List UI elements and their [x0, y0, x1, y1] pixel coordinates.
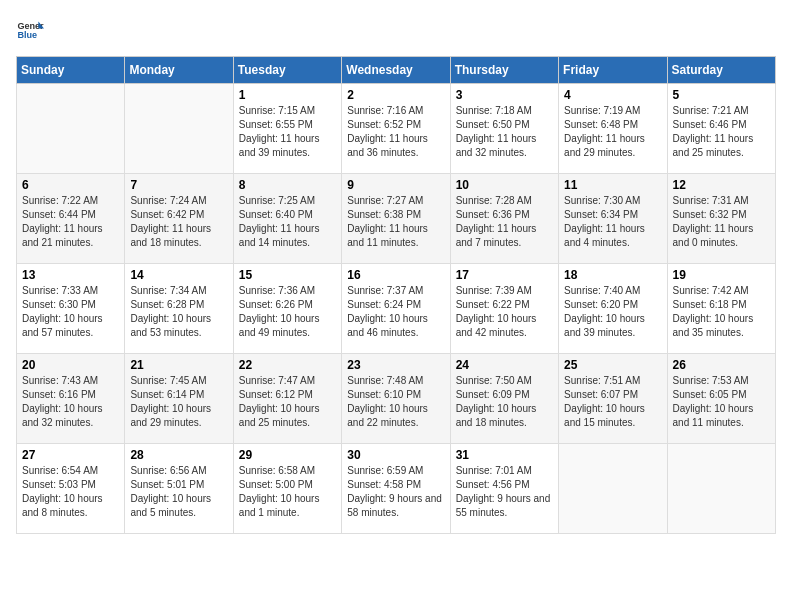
calendar-week-row: 6Sunrise: 7:22 AMSunset: 6:44 PMDaylight… [17, 174, 776, 264]
day-info: Sunrise: 6:56 AMSunset: 5:01 PMDaylight:… [130, 464, 227, 520]
day-number: 21 [130, 358, 227, 372]
weekday-header-saturday: Saturday [667, 57, 775, 84]
day-info: Sunrise: 7:33 AMSunset: 6:30 PMDaylight:… [22, 284, 119, 340]
day-info: Sunrise: 7:42 AMSunset: 6:18 PMDaylight:… [673, 284, 770, 340]
day-info: Sunrise: 7:15 AMSunset: 6:55 PMDaylight:… [239, 104, 336, 160]
day-info: Sunrise: 7:45 AMSunset: 6:14 PMDaylight:… [130, 374, 227, 430]
calendar-cell: 20Sunrise: 7:43 AMSunset: 6:16 PMDayligh… [17, 354, 125, 444]
day-number: 26 [673, 358, 770, 372]
day-info: Sunrise: 7:30 AMSunset: 6:34 PMDaylight:… [564, 194, 661, 250]
calendar-cell: 17Sunrise: 7:39 AMSunset: 6:22 PMDayligh… [450, 264, 558, 354]
day-number: 7 [130, 178, 227, 192]
calendar-cell: 3Sunrise: 7:18 AMSunset: 6:50 PMDaylight… [450, 84, 558, 174]
day-number: 20 [22, 358, 119, 372]
day-number: 17 [456, 268, 553, 282]
day-number: 3 [456, 88, 553, 102]
calendar-cell: 10Sunrise: 7:28 AMSunset: 6:36 PMDayligh… [450, 174, 558, 264]
day-number: 5 [673, 88, 770, 102]
calendar-cell: 1Sunrise: 7:15 AMSunset: 6:55 PMDaylight… [233, 84, 341, 174]
day-number: 31 [456, 448, 553, 462]
day-number: 19 [673, 268, 770, 282]
day-info: Sunrise: 7:25 AMSunset: 6:40 PMDaylight:… [239, 194, 336, 250]
day-number: 2 [347, 88, 444, 102]
calendar-week-row: 27Sunrise: 6:54 AMSunset: 5:03 PMDayligh… [17, 444, 776, 534]
day-number: 8 [239, 178, 336, 192]
day-info: Sunrise: 7:37 AMSunset: 6:24 PMDaylight:… [347, 284, 444, 340]
day-info: Sunrise: 7:21 AMSunset: 6:46 PMDaylight:… [673, 104, 770, 160]
day-info: Sunrise: 7:51 AMSunset: 6:07 PMDaylight:… [564, 374, 661, 430]
calendar-cell: 11Sunrise: 7:30 AMSunset: 6:34 PMDayligh… [559, 174, 667, 264]
day-info: Sunrise: 7:19 AMSunset: 6:48 PMDaylight:… [564, 104, 661, 160]
calendar-cell: 12Sunrise: 7:31 AMSunset: 6:32 PMDayligh… [667, 174, 775, 264]
day-number: 27 [22, 448, 119, 462]
day-info: Sunrise: 6:54 AMSunset: 5:03 PMDaylight:… [22, 464, 119, 520]
day-number: 30 [347, 448, 444, 462]
day-info: Sunrise: 6:58 AMSunset: 5:00 PMDaylight:… [239, 464, 336, 520]
calendar-cell: 23Sunrise: 7:48 AMSunset: 6:10 PMDayligh… [342, 354, 450, 444]
day-info: Sunrise: 7:24 AMSunset: 6:42 PMDaylight:… [130, 194, 227, 250]
day-number: 23 [347, 358, 444, 372]
day-info: Sunrise: 7:53 AMSunset: 6:05 PMDaylight:… [673, 374, 770, 430]
day-number: 1 [239, 88, 336, 102]
day-number: 18 [564, 268, 661, 282]
calendar-cell [125, 84, 233, 174]
day-info: Sunrise: 7:40 AMSunset: 6:20 PMDaylight:… [564, 284, 661, 340]
calendar-cell: 30Sunrise: 6:59 AMSunset: 4:58 PMDayligh… [342, 444, 450, 534]
calendar-cell: 24Sunrise: 7:50 AMSunset: 6:09 PMDayligh… [450, 354, 558, 444]
day-number: 25 [564, 358, 661, 372]
calendar-week-row: 1Sunrise: 7:15 AMSunset: 6:55 PMDaylight… [17, 84, 776, 174]
calendar-cell: 13Sunrise: 7:33 AMSunset: 6:30 PMDayligh… [17, 264, 125, 354]
day-info: Sunrise: 7:50 AMSunset: 6:09 PMDaylight:… [456, 374, 553, 430]
day-number: 6 [22, 178, 119, 192]
day-number: 10 [456, 178, 553, 192]
calendar-cell [667, 444, 775, 534]
day-info: Sunrise: 6:59 AMSunset: 4:58 PMDaylight:… [347, 464, 444, 520]
calendar-cell: 28Sunrise: 6:56 AMSunset: 5:01 PMDayligh… [125, 444, 233, 534]
day-info: Sunrise: 7:27 AMSunset: 6:38 PMDaylight:… [347, 194, 444, 250]
calendar-cell: 27Sunrise: 6:54 AMSunset: 5:03 PMDayligh… [17, 444, 125, 534]
day-number: 16 [347, 268, 444, 282]
weekday-header-sunday: Sunday [17, 57, 125, 84]
calendar-body: 1Sunrise: 7:15 AMSunset: 6:55 PMDaylight… [17, 84, 776, 534]
page-header: General Blue [16, 16, 776, 44]
calendar-cell: 19Sunrise: 7:42 AMSunset: 6:18 PMDayligh… [667, 264, 775, 354]
day-info: Sunrise: 7:39 AMSunset: 6:22 PMDaylight:… [456, 284, 553, 340]
day-number: 22 [239, 358, 336, 372]
calendar-cell: 5Sunrise: 7:21 AMSunset: 6:46 PMDaylight… [667, 84, 775, 174]
day-info: Sunrise: 7:47 AMSunset: 6:12 PMDaylight:… [239, 374, 336, 430]
day-number: 9 [347, 178, 444, 192]
calendar-week-row: 20Sunrise: 7:43 AMSunset: 6:16 PMDayligh… [17, 354, 776, 444]
weekday-header-wednesday: Wednesday [342, 57, 450, 84]
day-number: 24 [456, 358, 553, 372]
logo: General Blue [16, 16, 48, 44]
calendar-cell: 31Sunrise: 7:01 AMSunset: 4:56 PMDayligh… [450, 444, 558, 534]
calendar-cell: 9Sunrise: 7:27 AMSunset: 6:38 PMDaylight… [342, 174, 450, 264]
day-info: Sunrise: 7:34 AMSunset: 6:28 PMDaylight:… [130, 284, 227, 340]
day-number: 28 [130, 448, 227, 462]
weekday-header-tuesday: Tuesday [233, 57, 341, 84]
calendar-cell [17, 84, 125, 174]
calendar-cell: 29Sunrise: 6:58 AMSunset: 5:00 PMDayligh… [233, 444, 341, 534]
day-info: Sunrise: 7:18 AMSunset: 6:50 PMDaylight:… [456, 104, 553, 160]
day-info: Sunrise: 7:48 AMSunset: 6:10 PMDaylight:… [347, 374, 444, 430]
calendar-cell: 26Sunrise: 7:53 AMSunset: 6:05 PMDayligh… [667, 354, 775, 444]
day-number: 4 [564, 88, 661, 102]
day-number: 12 [673, 178, 770, 192]
calendar-cell [559, 444, 667, 534]
day-info: Sunrise: 7:28 AMSunset: 6:36 PMDaylight:… [456, 194, 553, 250]
day-number: 15 [239, 268, 336, 282]
logo-icon: General Blue [16, 16, 44, 44]
calendar-cell: 4Sunrise: 7:19 AMSunset: 6:48 PMDaylight… [559, 84, 667, 174]
weekday-header-thursday: Thursday [450, 57, 558, 84]
day-info: Sunrise: 7:01 AMSunset: 4:56 PMDaylight:… [456, 464, 553, 520]
calendar-cell: 16Sunrise: 7:37 AMSunset: 6:24 PMDayligh… [342, 264, 450, 354]
day-info: Sunrise: 7:36 AMSunset: 6:26 PMDaylight:… [239, 284, 336, 340]
weekday-header-friday: Friday [559, 57, 667, 84]
calendar-table: SundayMondayTuesdayWednesdayThursdayFrid… [16, 56, 776, 534]
day-info: Sunrise: 7:16 AMSunset: 6:52 PMDaylight:… [347, 104, 444, 160]
calendar-cell: 6Sunrise: 7:22 AMSunset: 6:44 PMDaylight… [17, 174, 125, 264]
day-number: 13 [22, 268, 119, 282]
calendar-cell: 18Sunrise: 7:40 AMSunset: 6:20 PMDayligh… [559, 264, 667, 354]
calendar-cell: 15Sunrise: 7:36 AMSunset: 6:26 PMDayligh… [233, 264, 341, 354]
calendar-cell: 2Sunrise: 7:16 AMSunset: 6:52 PMDaylight… [342, 84, 450, 174]
